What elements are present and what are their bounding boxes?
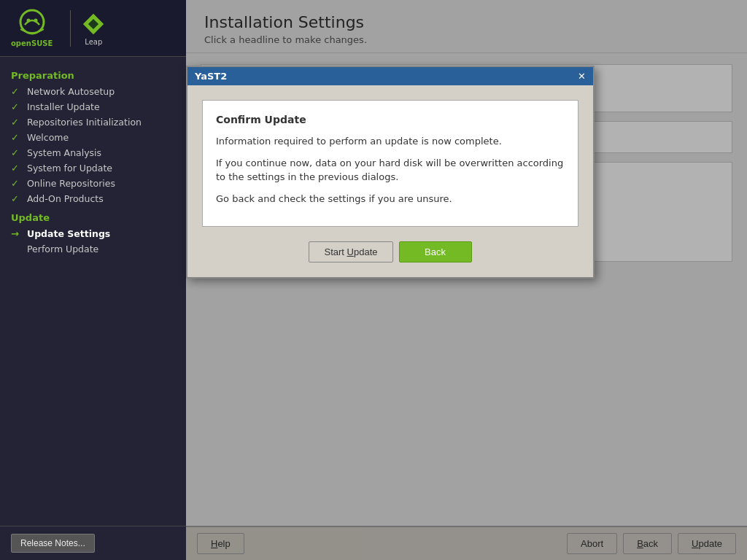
sidebar-item-system-analysis[interactable]: ✓ System Analysis xyxy=(0,145,186,160)
sidebar-item-installer-update[interactable]: ✓ Installer Update xyxy=(0,99,186,114)
opensuse-text: openSUSE xyxy=(11,39,53,47)
check-icon: ✓ xyxy=(11,178,21,189)
leap-diamond-icon xyxy=(80,10,107,38)
sidebar-item-label: System for Update xyxy=(27,163,112,174)
check-icon: ✓ xyxy=(11,117,21,128)
sidebar-item-perform-update[interactable]: Perform Update xyxy=(0,241,186,257)
sidebar-item-welcome[interactable]: ✓ Welcome xyxy=(0,130,186,145)
opensuse-logo: openSUSE xyxy=(11,9,53,47)
modal-text-1: Information required to perform an updat… xyxy=(216,134,565,149)
check-icon: ✓ xyxy=(11,147,21,158)
close-icon[interactable]: ✕ xyxy=(578,71,586,82)
sidebar-item-addon-products[interactable]: ✓ Add-On Products xyxy=(0,191,186,206)
sidebar-item-system-for-update[interactable]: ✓ System for Update xyxy=(0,160,186,176)
check-icon: ✓ xyxy=(11,193,21,204)
opensuse-chameleon-icon xyxy=(15,9,50,39)
leap-text: Leap xyxy=(85,38,102,46)
svg-point-0 xyxy=(20,10,44,34)
arrow-icon: → xyxy=(11,228,21,239)
modal-back-button[interactable]: Back xyxy=(399,241,472,262)
modal-body: Confirm Update Information required to p… xyxy=(187,85,593,277)
sidebar-item-label: Repositories Initialization xyxy=(27,117,142,128)
release-notes-button[interactable]: Release Notes... xyxy=(11,534,95,553)
update-section-label: Update xyxy=(0,206,186,226)
preparation-section-label: Preparation xyxy=(0,64,186,84)
logo-divider xyxy=(70,10,71,47)
sidebar-item-label: Network Autosetup xyxy=(27,86,115,97)
yast2-modal: YaST2 ✕ Confirm Update Information requi… xyxy=(186,66,595,279)
modal-content-box: Confirm Update Information required to p… xyxy=(202,100,578,227)
modal-title: YaST2 xyxy=(195,71,227,82)
sidebar-item-label: Update Settings xyxy=(27,228,110,239)
confirm-update-title: Confirm Update xyxy=(216,114,565,125)
check-icon: ✓ xyxy=(11,132,21,143)
leap-logo: Leap xyxy=(80,10,107,46)
sidebar-item-label: Installer Update xyxy=(27,101,100,112)
sidebar-item-label: System Analysis xyxy=(27,147,101,158)
modal-buttons: Start Update Back xyxy=(202,238,578,262)
check-icon: ✓ xyxy=(11,86,21,97)
sidebar-bottom: Release Notes... xyxy=(0,526,186,560)
svg-point-2 xyxy=(34,19,37,23)
sidebar-item-label: Add-On Products xyxy=(27,193,104,204)
sidebar-item-repositories-init[interactable]: ✓ Repositories Initialization xyxy=(0,114,186,130)
sidebar-item-online-repositories[interactable]: ✓ Online Repositories xyxy=(0,176,186,191)
sidebar-item-label: Welcome xyxy=(27,132,69,143)
sidebar-item-label: Perform Update xyxy=(27,244,98,254)
sidebar-item-label: Online Repositories xyxy=(27,178,115,189)
modal-text-2: If you continue now, data on your hard d… xyxy=(216,156,565,184)
sidebar-item-update-settings[interactable]: → Update Settings xyxy=(0,226,186,241)
modal-overlay: YaST2 ✕ Confirm Update Information requi… xyxy=(186,0,747,560)
modal-titlebar: YaST2 ✕ xyxy=(187,67,593,85)
svg-point-1 xyxy=(26,19,30,23)
check-icon: ✓ xyxy=(11,163,21,174)
sidebar-navigation: Preparation ✓ Network Autosetup ✓ Instal… xyxy=(0,57,186,526)
logo-area: openSUSE Leap xyxy=(0,0,186,57)
check-icon: ✓ xyxy=(11,101,21,112)
sidebar: openSUSE Leap Preparation ✓ Network Auto… xyxy=(0,0,186,560)
start-update-button[interactable]: Start Update xyxy=(309,241,392,262)
sidebar-item-network-autosetup[interactable]: ✓ Network Autosetup xyxy=(0,84,186,99)
modal-text-3: Go back and check the settings if you ar… xyxy=(216,192,565,206)
